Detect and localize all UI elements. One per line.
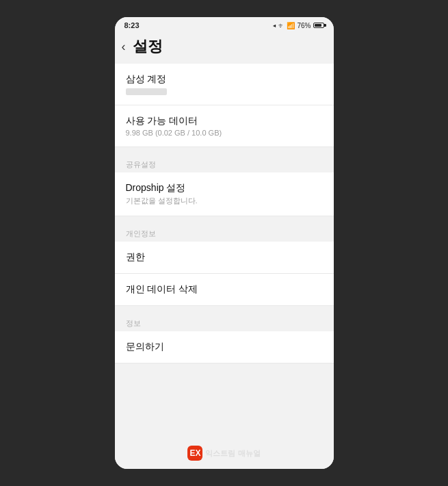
status-icons: ◀ ᯤ 📶 76% — [273, 22, 324, 29]
permission-label: 권한 — [126, 251, 323, 264]
delete-data-item[interactable]: 개인 데이터 삭제 — [115, 274, 334, 306]
divider-2 — [115, 216, 334, 222]
phone-frame: 8:23 ◀ ᯤ 📶 76% ‹ 설정 삼성 계정 사용 가능 데이터 9.98… — [115, 17, 334, 469]
share-section-label: 공유설정 — [115, 153, 334, 172]
divider-3 — [115, 306, 334, 311]
available-data-label: 사용 가능 데이터 — [126, 115, 323, 127]
battery-icon — [313, 23, 324, 28]
page-title: 설정 — [133, 36, 163, 57]
permission-item[interactable]: 권한 — [115, 242, 334, 274]
bottom-logo-area: EX 익스트림 매뉴얼 — [115, 443, 334, 463]
samsung-account-label: 삼성 계정 — [126, 73, 323, 86]
personal-info-label: 개인정보 — [115, 222, 334, 242]
bottom-spacer — [115, 363, 334, 418]
status-icons-text: ◀ ᯤ 📶 — [273, 22, 295, 29]
samsung-account-placeholder — [126, 88, 167, 95]
logo-badge: EX — [187, 446, 202, 461]
back-button[interactable]: ‹ — [122, 40, 126, 54]
info-section-label: 정보 — [115, 311, 334, 331]
status-bar: 8:23 ◀ ᯤ 📶 76% — [115, 17, 334, 32]
dropship-settings-label: Dropship 설정 — [126, 182, 323, 194]
available-data-item[interactable]: 사용 가능 데이터 9.98 GB (0.02 GB / 10.0 GB) — [115, 105, 334, 147]
available-data-subtitle: 9.98 GB (0.02 GB / 10.0 GB) — [126, 129, 323, 137]
samsung-account-item[interactable]: 삼성 계정 — [115, 64, 334, 105]
contact-item[interactable]: 문의하기 — [115, 331, 334, 363]
contact-label: 문의하기 — [126, 341, 323, 353]
top-nav: ‹ 설정 — [115, 32, 334, 64]
delete-data-label: 개인 데이터 삭제 — [126, 283, 323, 296]
logo-text: 익스트림 매뉴얼 — [205, 448, 260, 459]
divider-1 — [115, 147, 334, 153]
battery-percent: 76% — [297, 22, 311, 29]
settings-content: 삼성 계정 사용 가능 데이터 9.98 GB (0.02 GB / 10.0 … — [115, 64, 334, 469]
dropship-settings-subtitle: 기본값을 설정합니다. — [126, 196, 323, 206]
dropship-settings-item[interactable]: Dropship 설정 기본값을 설정합니다. — [115, 172, 334, 216]
status-time: 8:23 — [124, 21, 140, 29]
